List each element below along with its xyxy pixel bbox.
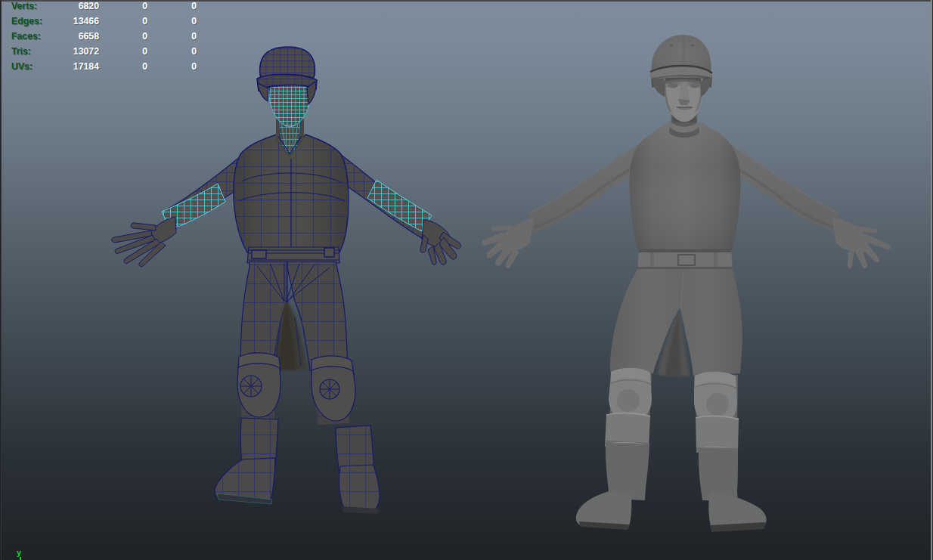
svg-text:y: y (17, 548, 22, 557)
